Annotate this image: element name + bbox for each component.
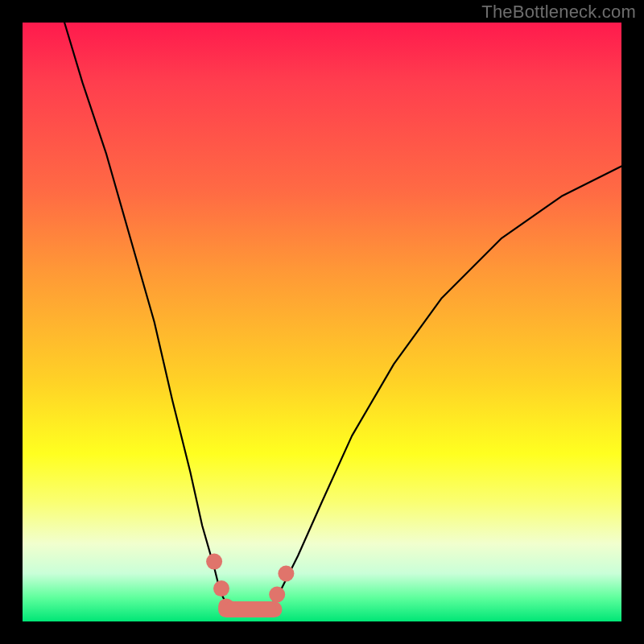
plot-area [23,23,621,621]
data-marker [213,580,229,597]
data-marker [224,601,240,617]
left-curve-line [64,23,232,609]
data-marker [278,566,294,582]
data-marker [260,601,276,617]
right-curve-line [268,167,621,610]
chart-frame: TheBottleneck.com [0,0,644,644]
data-marker [206,554,222,570]
watermark-text: TheBottleneck.com [481,2,636,23]
chart-svg [23,23,621,621]
data-marker [269,587,285,603]
